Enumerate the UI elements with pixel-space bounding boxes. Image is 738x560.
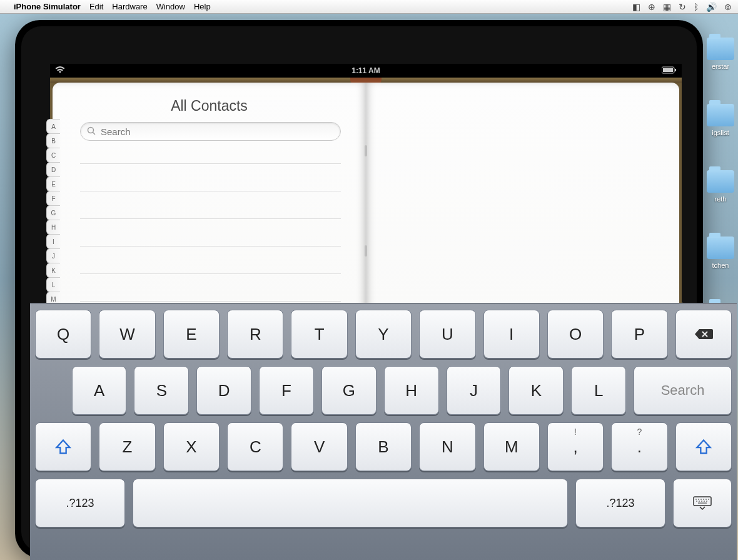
key-z[interactable]: Z [99, 422, 155, 471]
key-o[interactable]: O [547, 310, 604, 359]
app-menu[interactable]: iPhone Simulator [14, 2, 81, 11]
key-space[interactable] [133, 479, 568, 527]
desktop-folder[interactable]: erstar [703, 38, 738, 70]
key-i[interactable]: I [483, 310, 540, 359]
key-v[interactable]: V [291, 422, 347, 471]
key-g[interactable]: G [321, 366, 377, 415]
index-tab[interactable]: K [46, 263, 60, 278]
key-comma[interactable]: !, [547, 422, 604, 471]
desktop-folder[interactable]: reth [703, 170, 738, 203]
index-tab[interactable]: I [46, 234, 60, 249]
index-tab[interactable]: H [46, 220, 60, 235]
key-shift-left[interactable] [35, 422, 91, 471]
key-f[interactable]: F [259, 366, 314, 415]
key-l[interactable]: L [571, 366, 626, 415]
key-shift-right[interactable] [675, 422, 732, 471]
menu-hardware[interactable]: Hardware [112, 2, 147, 11]
key-r[interactable]: R [227, 310, 283, 359]
key-x[interactable]: X [163, 422, 220, 471]
page-title: All Contacts [53, 83, 366, 122]
svg-rect-1 [663, 68, 673, 72]
key-j[interactable]: J [447, 366, 502, 415]
search-icon [87, 126, 96, 137]
status-bar: 1:11 AM [50, 64, 682, 78]
list-item[interactable] [80, 219, 341, 247]
menubar-timemachine-icon[interactable]: ↻ [679, 2, 686, 12]
key-backspace[interactable] [675, 310, 732, 359]
menubar-grid-icon[interactable]: ▦ [663, 2, 671, 12]
key-e[interactable]: E [163, 310, 220, 359]
key-b[interactable]: B [355, 422, 412, 471]
onscreen-keyboard: Q W E R T Y U I O P A S D F G H J K L Se… [30, 303, 737, 560]
status-time: 1:11 AM [351, 66, 380, 75]
index-tab[interactable]: G [46, 205, 60, 220]
key-t[interactable]: T [291, 310, 347, 359]
key-d[interactable]: D [196, 366, 251, 415]
backspace-icon [694, 328, 713, 340]
key-numbers-right[interactable]: .?123 [575, 479, 665, 527]
key-m[interactable]: M [483, 422, 540, 471]
key-y[interactable]: Y [355, 310, 412, 359]
list-item[interactable] [80, 247, 341, 274]
menubar-volume-icon[interactable]: 🔊 [706, 2, 717, 12]
key-period[interactable]: ?. [611, 422, 667, 471]
key-s[interactable]: S [134, 366, 189, 415]
key-k[interactable]: K [508, 366, 564, 415]
key-search[interactable]: Search [634, 366, 732, 415]
index-tab[interactable]: J [46, 248, 60, 263]
list-item[interactable] [80, 191, 341, 219]
desktop-folder[interactable]: tchen [703, 237, 738, 269]
desktop-folder[interactable]: igslist [703, 104, 738, 136]
key-a[interactable]: A [72, 366, 127, 415]
key-hide-keyboard[interactable] [673, 479, 732, 527]
key-numbers-left[interactable]: .?123 [35, 479, 125, 527]
wifi-icon [55, 66, 65, 76]
search-input[interactable] [80, 122, 341, 141]
svg-line-4 [93, 133, 96, 135]
key-p[interactable]: P [611, 310, 667, 359]
list-item[interactable] [80, 274, 341, 302]
svg-point-3 [88, 128, 94, 133]
key-w[interactable]: W [99, 310, 155, 359]
key-q[interactable]: Q [35, 310, 91, 359]
hide-keyboard-icon [693, 496, 712, 510]
svg-rect-2 [675, 69, 676, 71]
key-c[interactable]: C [227, 422, 283, 471]
key-h[interactable]: H [384, 366, 439, 415]
index-tab[interactable]: L [46, 277, 60, 292]
index-tab[interactable]: D [46, 162, 60, 177]
menubar-extra-icon[interactable]: ◧ [632, 2, 640, 12]
menu-window[interactable]: Window [156, 2, 185, 11]
menubar-wifi-icon[interactable]: ⊚ [724, 2, 732, 12]
shift-icon [695, 438, 712, 456]
shift-icon [54, 438, 72, 456]
list-item[interactable] [80, 164, 341, 191]
menubar-bluetooth-icon[interactable]: ᛒ [694, 2, 699, 12]
key-n[interactable]: N [419, 422, 475, 471]
battery-icon [662, 66, 677, 76]
index-tab[interactable]: E [46, 176, 60, 191]
menu-help[interactable]: Help [194, 2, 211, 11]
menu-edit[interactable]: Edit [89, 2, 103, 11]
index-tab[interactable]: F [46, 191, 60, 206]
key-u[interactable]: U [419, 310, 475, 359]
menubar-globe-icon[interactable]: ⊕ [648, 2, 655, 12]
macos-menubar: iPhone Simulator Edit Hardware Window He… [0, 0, 738, 14]
